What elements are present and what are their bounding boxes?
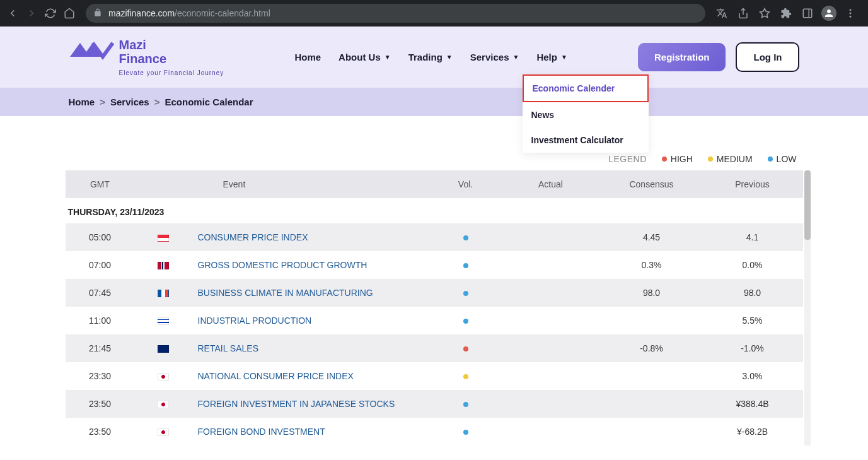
cell-consensus	[601, 362, 702, 390]
lock-icon	[93, 8, 102, 19]
flag-icon	[158, 317, 169, 325]
event-link[interactable]: FOREIGN INVESTMENT IN JAPANESE STOCKS	[198, 399, 395, 409]
star-icon[interactable]	[757, 6, 772, 21]
cell-consensus: 0.3%	[601, 251, 702, 279]
dropdown-economic-calendar[interactable]: Economic Calender	[523, 74, 649, 102]
scrollbar-thumb[interactable]	[804, 170, 811, 240]
chevron-down-icon: ▼	[385, 54, 391, 61]
cell-vol	[431, 307, 501, 334]
event-link[interactable]: RETAIL SALES	[198, 343, 258, 353]
dot-medium-icon	[708, 156, 713, 162]
cell-previous: 3.0%	[702, 362, 803, 390]
dropdown-investment-calculator[interactable]: Investment Calculator	[523, 127, 649, 153]
breadcrumb-sep: >	[100, 97, 105, 107]
legend-high: HIGH	[662, 154, 693, 164]
cell-previous: ¥388.4B	[702, 390, 803, 418]
nav-help[interactable]: Help▼	[536, 52, 567, 62]
event-link[interactable]: INDUSTRIAL PRODUCTION	[198, 316, 312, 326]
home-icon[interactable]	[62, 6, 77, 21]
flag-icon	[158, 234, 169, 242]
cell-time: 07:45	[66, 279, 135, 307]
dropdown-news[interactable]: News	[523, 102, 649, 127]
th-vol: Vol.	[431, 170, 501, 198]
profile-icon[interactable]	[821, 6, 836, 21]
nav-trading[interactable]: Trading▼	[408, 52, 453, 62]
flag-icon	[158, 401, 169, 408]
event-link[interactable]: BUSINESS CLIMATE IN MANUFACTURING	[198, 288, 373, 298]
breadcrumb: Home > Services > Economic Calendar	[0, 88, 868, 116]
table-row: 07:00GROSS DOMESTIC PRODUCT GROWTH0.3%0.…	[66, 251, 803, 279]
cell-previous: 4.1	[702, 223, 803, 251]
cell-vol	[431, 279, 501, 307]
registration-button[interactable]: Registration	[638, 43, 726, 71]
vol-dot-icon	[463, 346, 468, 351]
cell-event: CONSUMER PRICE INDEX	[192, 223, 431, 251]
cell-actual	[501, 418, 601, 445]
nav-home[interactable]: Home	[294, 52, 321, 62]
reload-icon[interactable]	[43, 6, 58, 21]
date-row: THURSDAY, 23/11/2023	[66, 198, 803, 223]
scrollbar[interactable]	[804, 170, 811, 445]
cell-time: 07:00	[66, 251, 135, 279]
nav-services[interactable]: Services▼	[470, 52, 519, 62]
th-event: Event	[192, 170, 431, 198]
event-link[interactable]: FOREIGN BOND INVESTMENT	[198, 427, 325, 437]
event-link[interactable]: NATIONAL CONSUMER PRICE INDEX	[198, 371, 354, 381]
extensions-icon[interactable]	[778, 6, 794, 21]
cell-previous: -1.0%	[702, 334, 803, 362]
menu-icon[interactable]	[843, 6, 858, 21]
vol-dot-icon	[463, 291, 468, 296]
flag-icon	[158, 262, 169, 269]
calendar-table-wrap: GMT Event Vol. Actual Consensus Previous…	[66, 170, 803, 445]
event-link[interactable]: CONSUMER PRICE INDEX	[198, 232, 308, 242]
translate-icon[interactable]	[714, 6, 729, 21]
legend: LEGEND HIGH MEDIUM LOW	[66, 154, 803, 164]
nav-about[interactable]: About Us▼	[339, 52, 391, 62]
cell-vol	[431, 223, 501, 251]
share-icon[interactable]	[736, 6, 751, 21]
svg-point-3	[850, 13, 852, 15]
cell-previous: 0.0%	[702, 251, 803, 279]
cell-actual	[501, 307, 601, 334]
forward-icon[interactable]	[24, 6, 39, 21]
calendar-table: GMT Event Vol. Actual Consensus Previous…	[66, 170, 803, 445]
address-bar[interactable]: mazifinance.com/economic-calendar.html	[86, 4, 705, 23]
panel-icon[interactable]	[800, 6, 815, 21]
cell-flag	[135, 251, 192, 279]
cell-vol	[431, 362, 501, 390]
cell-flag	[135, 418, 192, 445]
event-link[interactable]: GROSS DOMESTIC PRODUCT GROWTH	[198, 260, 367, 270]
login-button[interactable]: Log In	[736, 42, 799, 72]
chevron-down-icon: ▼	[446, 54, 453, 61]
flag-icon	[158, 345, 169, 353]
cell-actual	[501, 223, 601, 251]
cell-time: 23:50	[66, 418, 135, 445]
th-actual: Actual	[501, 170, 601, 198]
vol-dot-icon	[463, 374, 468, 379]
logo[interactable]: Mazi Finance Elevate your Financial Jour…	[69, 38, 224, 76]
cell-time: 23:30	[66, 362, 135, 390]
cell-vol	[431, 334, 501, 362]
breadcrumb-home[interactable]: Home	[69, 97, 95, 107]
cell-time: 11:00	[66, 307, 135, 334]
cell-actual	[501, 279, 601, 307]
svg-rect-0	[803, 9, 812, 18]
legend-medium: MEDIUM	[708, 154, 753, 164]
legend-label: LEGEND	[608, 154, 647, 164]
logo-tagline: Elevate your Financial Journey	[119, 69, 224, 76]
cell-event: FOREIGN BOND INVESTMENT	[192, 418, 431, 445]
chevron-down-icon: ▼	[561, 54, 567, 61]
breadcrumb-services[interactable]: Services	[110, 97, 149, 107]
cell-event: BUSINESS CLIMATE IN MANUFACTURING	[192, 279, 431, 307]
cell-vol	[431, 251, 501, 279]
table-row: 23:50FOREIGN INVESTMENT IN JAPANESE STOC…	[66, 390, 803, 418]
cell-actual	[501, 390, 601, 418]
back-icon[interactable]	[5, 6, 20, 21]
logo-title-2: Finance	[119, 52, 224, 66]
svg-point-2	[850, 9, 852, 11]
legend-low: LOW	[768, 154, 797, 164]
cell-previous: ¥-68.2B	[702, 418, 803, 445]
cell-previous: 98.0	[702, 279, 803, 307]
table-row: 23:50FOREIGN BOND INVESTMENT¥-68.2B	[66, 418, 803, 445]
cell-consensus	[601, 307, 702, 334]
